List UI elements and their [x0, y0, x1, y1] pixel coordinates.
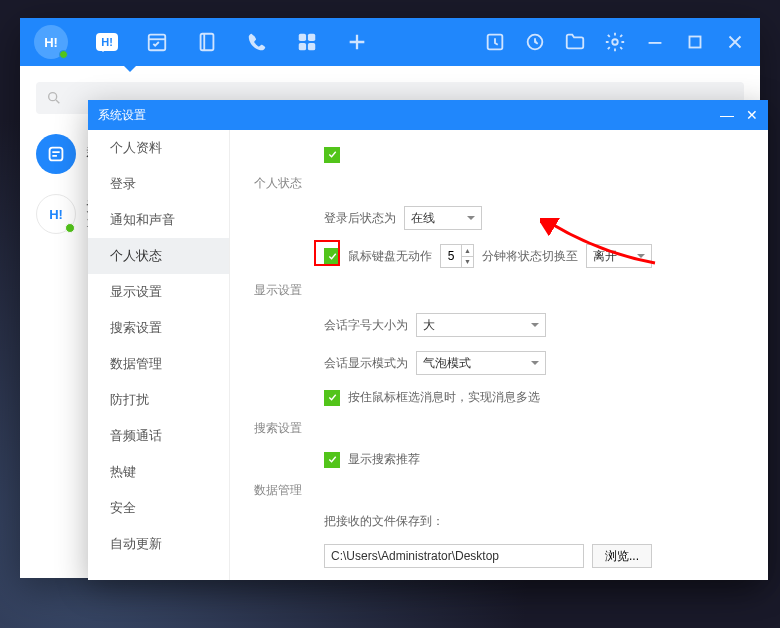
svg-rect-0 — [149, 35, 166, 51]
dialog-minimize-icon[interactable]: — — [720, 108, 734, 122]
font-size-select[interactable]: 大 — [416, 313, 546, 337]
browse-button[interactable]: 浏览... — [592, 544, 652, 568]
notebook-icon[interactable] — [196, 31, 218, 53]
search-rec-checkbox[interactable] — [324, 452, 340, 468]
chat-tab-icon[interactable]: H! — [96, 31, 118, 53]
settings-nav: 个人资料 登录 通知和声音 个人状态 显示设置 搜索设置 数据管理 防打扰 音频… — [88, 130, 230, 580]
dialog-title: 系统设置 — [98, 107, 146, 124]
folder-icon[interactable] — [564, 31, 586, 53]
idle-minutes-spinner[interactable]: ▲▼ — [440, 244, 474, 268]
section-title-data: 数据管理 — [254, 482, 748, 499]
close-icon[interactable] — [724, 31, 746, 53]
display-mode-label: 会话显示模式为 — [324, 355, 408, 372]
dialog-titlebar: 系统设置 — ✕ — [88, 100, 768, 130]
svg-rect-3 — [308, 34, 315, 41]
grid-icon[interactable] — [296, 31, 318, 53]
nav-login[interactable]: 登录 — [88, 166, 229, 202]
section-title-display: 显示设置 — [254, 282, 748, 299]
svg-rect-1 — [201, 34, 214, 51]
nav-update[interactable]: 自动更新 — [88, 526, 229, 562]
save-path-label: 把接收的文件保存到： — [324, 513, 444, 530]
nav-hotkey[interactable]: 热键 — [88, 454, 229, 490]
nav-data[interactable]: 数据管理 — [88, 346, 229, 382]
nav-audio[interactable]: 音频通话 — [88, 418, 229, 454]
nav-dnd[interactable]: 防打扰 — [88, 382, 229, 418]
svg-rect-9 — [690, 37, 701, 48]
plus-icon[interactable] — [346, 31, 368, 53]
minimize-icon[interactable] — [644, 31, 666, 53]
maximize-icon[interactable] — [684, 31, 706, 53]
login-status-label: 登录后状态为 — [324, 210, 396, 227]
nav-display[interactable]: 显示设置 — [88, 274, 229, 310]
idle-label: 鼠标键盘无动作 — [348, 248, 432, 265]
section-title-search: 搜索设置 — [254, 420, 748, 437]
nav-status[interactable]: 个人状态 — [88, 238, 229, 274]
active-tab-indicator — [124, 66, 136, 78]
search-rec-label: 显示搜索推荐 — [348, 451, 420, 468]
svg-point-8 — [612, 39, 618, 45]
topbar-right — [484, 31, 746, 53]
save-path-input[interactable] — [324, 544, 584, 568]
svg-rect-4 — [299, 43, 306, 50]
user-avatar-icon: H! — [36, 194, 76, 234]
display-mode-select[interactable]: 气泡模式 — [416, 351, 546, 375]
svg-rect-5 — [308, 43, 315, 50]
drag-select-label: 按住鼠标框选消息时，实现消息多选 — [348, 389, 540, 406]
gear-icon[interactable] — [604, 31, 626, 53]
nav-security[interactable]: 安全 — [88, 490, 229, 526]
svg-rect-2 — [299, 34, 306, 41]
phone-icon[interactable] — [246, 31, 268, 53]
calendar-icon[interactable] — [146, 31, 168, 53]
svg-rect-11 — [50, 148, 63, 161]
status-dot — [59, 50, 68, 59]
avatar[interactable]: H! — [34, 25, 68, 59]
history-icon[interactable] — [524, 31, 546, 53]
idle-switch-select[interactable]: 离开 — [586, 244, 652, 268]
nav-profile[interactable]: 个人资料 — [88, 130, 229, 166]
idle-after-label: 分钟将状态切换至 — [482, 248, 578, 265]
drag-select-checkbox[interactable] — [324, 390, 340, 406]
section-title-status: 个人状态 — [254, 175, 748, 192]
collect-icon[interactable] — [484, 31, 506, 53]
group-avatar-icon — [36, 134, 76, 174]
font-size-label: 会话字号大小为 — [324, 317, 408, 334]
topbar: H! H! — [20, 18, 760, 66]
settings-content: 登录时自动启动免打扰 个人状态 登录后状态为 在线 鼠标键盘无动作 ▲▼ 分钟将… — [230, 130, 768, 580]
highlight-annotation — [314, 240, 340, 266]
login-status-select[interactable]: 在线 — [404, 206, 482, 230]
settings-dialog: 系统设置 — ✕ 个人资料 登录 通知和声音 个人状态 显示设置 搜索设置 数据… — [88, 100, 768, 580]
svg-point-10 — [49, 93, 57, 101]
nav-notification[interactable]: 通知和声音 — [88, 202, 229, 238]
nav-search[interactable]: 搜索设置 — [88, 310, 229, 346]
checkbox[interactable] — [324, 147, 340, 163]
dialog-close-icon[interactable]: ✕ — [746, 108, 758, 122]
